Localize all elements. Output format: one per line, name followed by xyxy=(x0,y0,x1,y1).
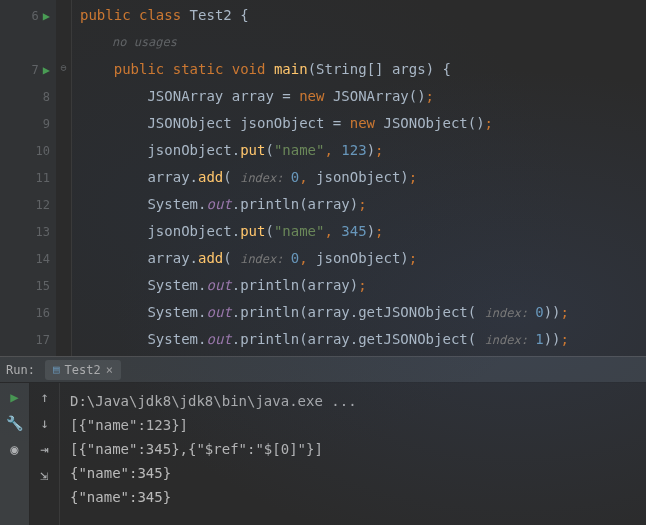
soft-wrap-icon[interactable]: ⇥ xyxy=(40,441,48,457)
fold-marker xyxy=(56,162,71,189)
run-toolbar: ▶ 🔧 ◉ xyxy=(0,383,30,525)
console-line: {"name":345} xyxy=(70,485,636,509)
line-number: 13 xyxy=(32,225,50,239)
wrench-icon[interactable]: 🔧 xyxy=(6,415,23,431)
code-line[interactable]: System.out.println(array); xyxy=(80,272,646,299)
exec-toolbar: ↑ ↓ ⇥ ⇲ xyxy=(30,383,60,525)
code-line[interactable]: public class Test2 { xyxy=(80,2,646,29)
run-label: Run: xyxy=(6,363,35,377)
console-line: [{"name":123}] xyxy=(70,413,636,437)
run-gutter-icon[interactable]: ▶ xyxy=(43,63,50,77)
line-number: 16 xyxy=(32,306,50,320)
run-tab-name: Test2 xyxy=(65,363,101,377)
gutter-row[interactable]: 9 xyxy=(0,110,56,137)
line-number: 7 xyxy=(21,63,39,77)
gutter-row[interactable]: 6▶ xyxy=(0,2,56,29)
fold-marker xyxy=(56,297,71,324)
line-number: 15 xyxy=(32,279,50,293)
gutter-row[interactable]: 13 xyxy=(0,218,56,245)
run-gutter-icon[interactable]: ▶ xyxy=(43,9,50,23)
line-number: 6 xyxy=(21,9,39,23)
line-number: 8 xyxy=(32,90,50,104)
fold-marker xyxy=(56,135,71,162)
run-tool-window: Run: ▤ Test2 × ▶ 🔧 ◉ ↑ ↓ ⇥ ⇲ D:\Java\jdk… xyxy=(0,356,646,525)
rerun-icon[interactable]: ▶ xyxy=(10,389,18,405)
up-stack-icon[interactable]: ↑ xyxy=(40,389,48,405)
gutter-row[interactable]: 11 xyxy=(0,164,56,191)
line-number: 17 xyxy=(32,333,50,347)
gutter-row[interactable]: 12 xyxy=(0,191,56,218)
code-line[interactable]: array.add( index: 0, jsonObject); xyxy=(80,164,646,191)
code-line[interactable]: System.out.println(array); xyxy=(80,191,646,218)
run-header: Run: ▤ Test2 × xyxy=(0,357,646,383)
code-line[interactable]: jsonObject.put("name", 345); xyxy=(80,218,646,245)
fold-marker[interactable]: ⊖ xyxy=(56,54,71,81)
gutter-row[interactable]: 7▶ xyxy=(0,56,56,83)
fold-marker xyxy=(56,270,71,297)
fold-marker xyxy=(56,216,71,243)
fold-marker xyxy=(56,243,71,270)
line-number: 10 xyxy=(32,144,50,158)
code-line[interactable]: array.add( index: 0, jsonObject); xyxy=(80,245,646,272)
console-line: [{"name":345},{"$ref":"$[0]"}] xyxy=(70,437,636,461)
fold-marker xyxy=(56,189,71,216)
line-number: 9 xyxy=(32,117,50,131)
line-number: 14 xyxy=(32,252,50,266)
scroll-end-icon[interactable]: ⇲ xyxy=(40,467,48,483)
code-editor[interactable]: 6▶7▶891011121314151617 ⊖ public class Te… xyxy=(0,0,646,356)
code-line[interactable]: System.out.println(array.getJSONObject( … xyxy=(80,299,646,326)
fold-marker xyxy=(56,324,71,351)
line-number: 12 xyxy=(32,198,50,212)
line-number: 11 xyxy=(32,171,50,185)
code-line[interactable]: public static void main(String[] args) { xyxy=(80,56,646,83)
run-config-tab[interactable]: ▤ Test2 × xyxy=(45,360,121,380)
close-icon[interactable]: × xyxy=(106,363,113,377)
inlay-usages-hint[interactable]: no usages xyxy=(80,29,646,56)
gutter-row[interactable]: 16 xyxy=(0,299,56,326)
code-area[interactable]: public class Test2 {no usages public sta… xyxy=(72,0,646,356)
console-line: {"name":345} xyxy=(70,461,636,485)
code-line[interactable]: JSONObject jsonObject = new JSONObject()… xyxy=(80,110,646,137)
line-number-gutter[interactable]: 6▶7▶891011121314151617 xyxy=(0,0,56,356)
fold-column[interactable]: ⊖ xyxy=(56,0,72,356)
fold-marker xyxy=(56,81,71,108)
down-stack-icon[interactable]: ↓ xyxy=(40,415,48,431)
gutter-row[interactable]: 10 xyxy=(0,137,56,164)
code-line[interactable]: System.out.println(array.getJSONObject( … xyxy=(80,326,646,353)
gutter-row[interactable]: 15 xyxy=(0,272,56,299)
fold-marker xyxy=(56,0,71,27)
gutter-row[interactable]: 14 xyxy=(0,245,56,272)
gutter-row[interactable]: 17 xyxy=(0,326,56,353)
app-icon: ▤ xyxy=(53,363,60,376)
code-line[interactable]: JSONArray array = new JSONArray(); xyxy=(80,83,646,110)
fold-marker xyxy=(56,108,71,135)
code-line[interactable]: jsonObject.put("name", 123); xyxy=(80,137,646,164)
console-output[interactable]: D:\Java\jdk8\jdk8\bin\java.exe ...[{"nam… xyxy=(60,383,646,525)
gutter-row[interactable]: 8 xyxy=(0,83,56,110)
console-line: D:\Java\jdk8\jdk8\bin\java.exe ... xyxy=(70,389,636,413)
camera-icon[interactable]: ◉ xyxy=(10,441,18,457)
